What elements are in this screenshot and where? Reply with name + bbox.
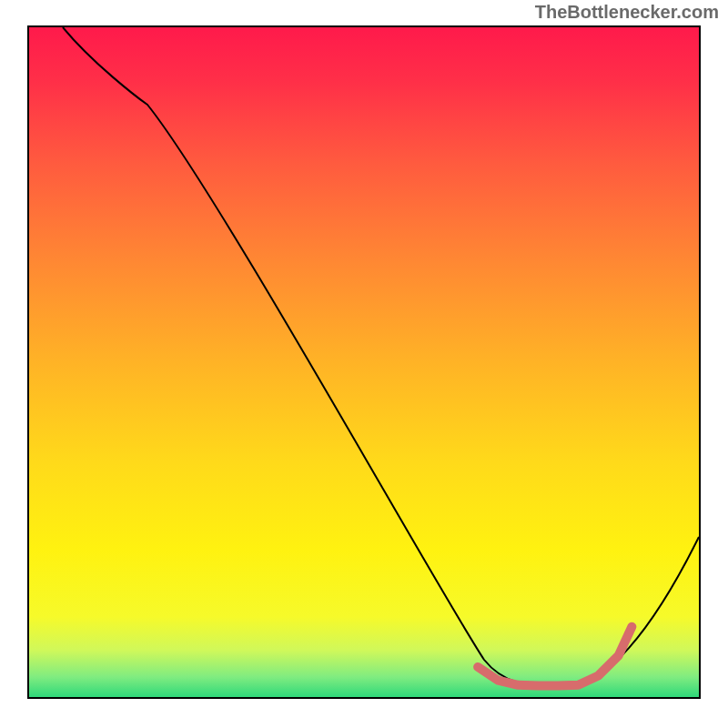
gradient-background <box>29 27 699 697</box>
chart-container: { "attribution": "TheBottlenecker.com", … <box>0 0 728 728</box>
attribution-label: TheBottlenecker.com <box>535 2 719 23</box>
plot-area <box>27 25 701 699</box>
chart-svg <box>29 27 699 697</box>
